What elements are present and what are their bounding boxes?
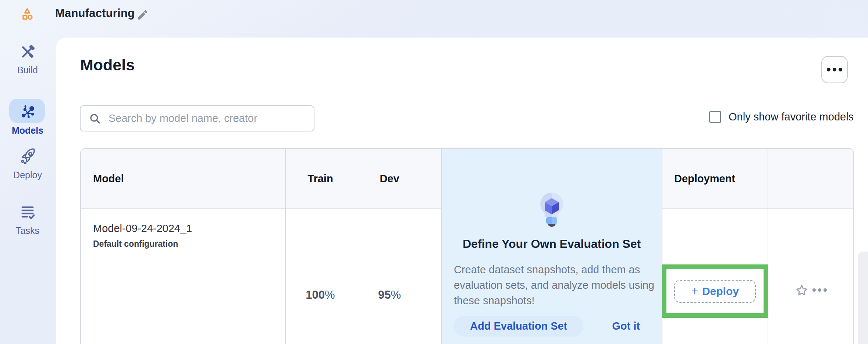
model-name[interactable]: Model-09-24-2024_1	[93, 222, 285, 235]
edit-pencil-icon[interactable]	[136, 9, 149, 21]
sidebar-item-label: Deploy	[0, 170, 55, 180]
column-header-dev: Dev	[380, 173, 399, 185]
ellipsis-icon	[812, 288, 816, 292]
top-bar: Manufacturing	[0, 0, 868, 38]
sidebar-item-label: Models	[0, 125, 55, 136]
search-input[interactable]	[108, 112, 309, 125]
network-icon	[19, 103, 36, 121]
models-table: Model Train Dev Deployment Define Your O	[80, 148, 854, 344]
column-header-train-dev: Train Dev	[286, 149, 442, 209]
column-header-actions	[768, 149, 853, 209]
table-row-metrics-cell: 100% 95%	[286, 209, 442, 344]
scrollbar-thumb[interactable]	[858, 252, 868, 344]
search-icon	[89, 112, 101, 125]
page-menu-button[interactable]	[821, 56, 848, 83]
tools-icon	[19, 43, 36, 60]
table-row-actions-cell	[768, 209, 853, 344]
got-it-button[interactable]: Got it	[610, 320, 642, 333]
sidebar: Build Models	[0, 38, 55, 344]
column-header-model: Model	[81, 149, 286, 209]
sidebar-item-label: Build	[0, 65, 55, 76]
popup-body-text: Create dataset snapshots, add them as ev…	[454, 262, 654, 308]
sidebar-item-label: Tasks	[0, 225, 55, 236]
dev-metric: 95%	[378, 288, 401, 302]
sidebar-item-deploy[interactable]: Deploy	[0, 148, 55, 180]
tasks-icon	[19, 204, 36, 221]
app-logo-icon[interactable]	[21, 7, 34, 21]
column-header-train: Train	[307, 173, 333, 185]
favorites-checkbox[interactable]	[709, 111, 721, 123]
train-metric: 100%	[306, 288, 335, 302]
column-header-deployment: Deployment	[662, 149, 768, 209]
workspace-title: Manufacturing	[55, 7, 135, 20]
add-evaluation-set-button[interactable]: Add Evaluation Set	[454, 316, 583, 337]
model-config: Default configuration	[93, 239, 285, 249]
ellipsis-icon	[827, 68, 830, 71]
model-search	[80, 105, 314, 131]
plus-icon: +	[691, 284, 698, 297]
page-title: Models	[80, 56, 135, 74]
popup-title: Define Your Own Evaluation Set	[442, 237, 662, 251]
table-row-deployment-cell: + Deploy	[662, 209, 768, 344]
evaluation-set-popup: Define Your Own Evaluation Set Create da…	[442, 149, 662, 344]
row-menu-button[interactable]	[812, 288, 827, 292]
table-row-model-cell[interactable]: Model-09-24-2024_1 Default configuration	[81, 209, 286, 344]
highlight-annotation-box: + Deploy	[662, 264, 768, 318]
popup-actions: Add Evaluation Set Got it	[454, 316, 642, 337]
sidebar-item-models[interactable]: Models	[0, 96, 55, 136]
lightbulb-cube-icon	[537, 191, 567, 229]
rocket-icon	[19, 148, 36, 165]
sidebar-item-build[interactable]: Build	[0, 43, 55, 76]
sidebar-item-tasks[interactable]: Tasks	[0, 204, 55, 236]
favorites-filter: Only show favorite models	[709, 110, 854, 124]
favorite-star-icon[interactable]	[795, 284, 809, 298]
deploy-button[interactable]: + Deploy	[674, 280, 756, 303]
main-panel: Models Only show favorite models Model T…	[56, 38, 868, 344]
favorites-checkbox-label[interactable]: Only show favorite models	[729, 111, 854, 123]
